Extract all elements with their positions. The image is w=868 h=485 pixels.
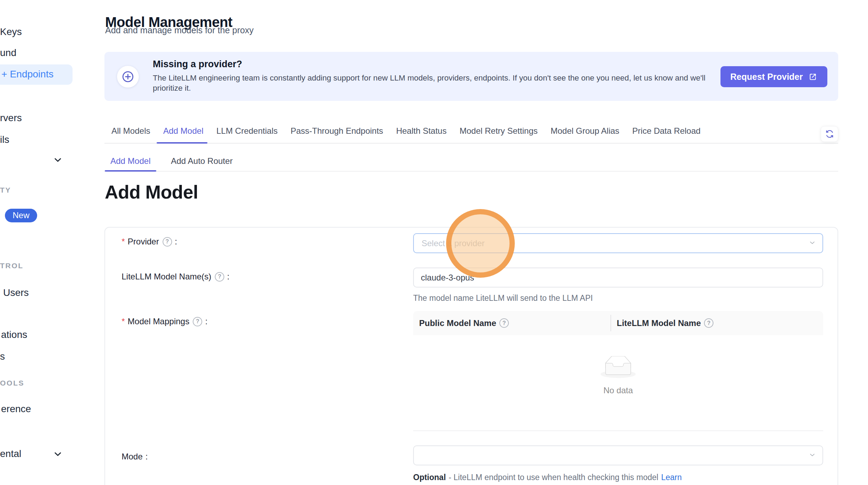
provider-label: * Provider ? :	[122, 237, 177, 247]
sidebar-item-erence[interactable]: erence	[1, 403, 31, 415]
help-icon[interactable]: ?	[499, 318, 509, 328]
banner-body: The LiteLLM engineering team is constant…	[153, 73, 717, 93]
sidebar-item-und[interactable]: und	[0, 47, 16, 59]
model-mappings-table: Public Model Name ? LiteLLM Model Name ?	[413, 311, 823, 431]
empty-state: No data	[413, 356, 823, 395]
label-colon: :	[145, 452, 148, 462]
model-name-label-text: LiteLLM Model Name(s)	[122, 272, 211, 282]
sidebar-item-label: + Endpoints	[1, 69, 54, 80]
sync-icon	[825, 129, 834, 139]
missing-provider-banner: Missing a provider? The LiteLLM engineer…	[104, 52, 838, 101]
label-colon: :	[205, 317, 207, 326]
chevron-down-icon[interactable]	[53, 155, 63, 165]
tab-add-model[interactable]: Add Model	[162, 119, 205, 143]
column-label: Public Model Name	[419, 318, 496, 328]
empty-box-icon	[413, 356, 823, 379]
no-data-text: No data	[413, 386, 823, 395]
tab-model-group-alias[interactable]: Model Group Alias	[549, 119, 620, 143]
add-model-heading: Add Model	[105, 181, 198, 203]
add-model-subtabs: Add Model Add Auto Router	[104, 151, 838, 172]
tab-model-retry-settings[interactable]: Model Retry Settings	[458, 119, 539, 143]
tab-all-models[interactable]: All Models	[110, 119, 151, 143]
provider-select[interactable]: Select a provider	[413, 233, 823, 253]
help-icon[interactable]: ?	[193, 317, 202, 326]
sidebar-item-rvers[interactable]: rvers	[0, 112, 22, 124]
sidebar-item-models-endpoints-active[interactable]: + Endpoints	[0, 64, 73, 85]
help-icon[interactable]: ?	[704, 318, 713, 328]
table-body-empty: No data	[413, 335, 823, 431]
sidebar-item-ations[interactable]: ations	[1, 329, 27, 341]
subtab-add-model[interactable]: Add Model	[105, 151, 156, 171]
sidebar: Keys und + Endpoints rvers ils TY New TR…	[0, 0, 88, 485]
model-mappings-label: * Model Mappings ? :	[122, 317, 207, 326]
request-provider-label: Request Provider	[730, 72, 803, 82]
plus-circle-icon	[117, 66, 139, 88]
help-icon[interactable]: ?	[163, 237, 172, 247]
external-link-icon	[808, 72, 818, 82]
help-icon[interactable]: ?	[215, 272, 224, 282]
learn-link[interactable]: Learn	[661, 473, 682, 482]
mode-select[interactable]	[413, 445, 823, 465]
mode-label: Mode :	[122, 452, 148, 462]
add-model-form-card: * Provider ? : Select a provider LiteLLM…	[104, 227, 838, 485]
new-badge[interactable]: New	[5, 209, 37, 222]
required-asterisk: *	[122, 237, 125, 247]
mode-help-optional: Optional	[413, 473, 446, 482]
model-name-help: The model name LiteLLM will send to the …	[413, 293, 593, 303]
mode-label-text: Mode	[122, 452, 143, 462]
provider-placeholder: Select a provider	[422, 238, 485, 248]
sidebar-section-trol: TROL	[0, 262, 23, 270]
tab-price-data-reload[interactable]: Price Data Reload	[631, 119, 702, 143]
tab-llm-credentials[interactable]: LLM Credentials	[215, 119, 279, 143]
request-provider-button[interactable]: Request Provider	[720, 66, 827, 87]
label-colon: :	[175, 237, 177, 247]
model-name-label: LiteLLM Model Name(s) ? :	[122, 272, 230, 282]
label-colon: :	[227, 272, 230, 282]
subtab-add-auto-router[interactable]: Add Auto Router	[171, 151, 233, 171]
chevron-down-icon[interactable]	[53, 449, 63, 459]
provider-label-text: Provider	[128, 237, 159, 247]
column-label: LiteLLM Model Name	[617, 318, 701, 328]
model-mappings-label-text: Model Mappings	[128, 317, 189, 326]
main-content: Model Management Add and manage models f…	[104, 0, 838, 485]
tab-pass-through-endpoints[interactable]: Pass-Through Endpoints	[289, 119, 384, 143]
mode-help-text: - LiteLLM endpoint to use when health ch…	[449, 473, 658, 482]
model-tabs: All Models Add Model LLM Credentials Pas…	[104, 119, 838, 144]
sidebar-item-keys[interactable]: Keys	[0, 26, 22, 38]
refresh-button[interactable]	[821, 126, 838, 142]
sidebar-section-ty: TY	[0, 186, 11, 194]
sidebar-item-s[interactable]: s	[0, 351, 5, 362]
sidebar-item-ils[interactable]: ils	[0, 134, 9, 146]
sidebar-item-users[interactable]: Users	[3, 287, 29, 299]
model-name-input[interactable]	[413, 268, 823, 287]
chevron-down-icon	[808, 239, 816, 248]
sidebar-section-ools: OOLS	[0, 379, 25, 387]
mode-help: Optional- LiteLLM endpoint to use when h…	[413, 473, 682, 482]
required-asterisk: *	[122, 317, 125, 326]
table-header: Public Model Name ? LiteLLM Model Name ?	[413, 311, 823, 335]
column-public-model-name: Public Model Name ?	[413, 318, 610, 328]
tab-health-status[interactable]: Health Status	[395, 119, 447, 143]
sidebar-item-ental[interactable]: ental	[0, 448, 21, 460]
chevron-down-icon	[808, 451, 816, 460]
column-litellm-model-name: LiteLLM Model Name ?	[610, 318, 713, 328]
page-subtitle: Add and manage models for the proxy	[105, 25, 254, 35]
banner-title: Missing a provider?	[153, 59, 242, 70]
